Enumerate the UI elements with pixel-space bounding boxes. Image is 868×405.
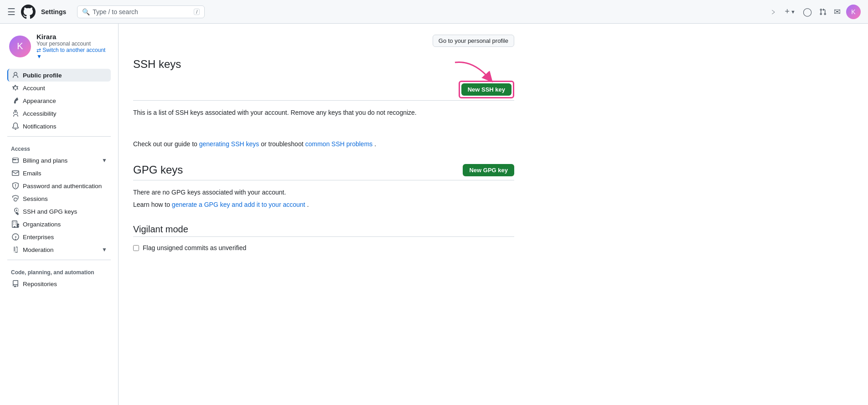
vigilant-mode-section: Vigilant mode Flag unsigned commits as u… bbox=[133, 224, 514, 251]
nav-divider-2 bbox=[7, 260, 111, 260]
sidebar-item-appearance[interactable]: Appearance bbox=[7, 94, 111, 107]
profile-header-row: Go to your personal profile bbox=[133, 35, 514, 47]
page-layout: K Kirara Your personal account ⇄ Switch … bbox=[0, 24, 868, 405]
terminal-button[interactable]: ﹥ bbox=[768, 5, 780, 19]
paintbrush-icon bbox=[12, 97, 19, 104]
sidebar-item-account[interactable]: Account bbox=[7, 82, 111, 94]
nav-item-label: Emails bbox=[23, 170, 41, 177]
top-navigation: ☰ Settings 🔍 Type / to search / ﹥ + ▼ ◯ … bbox=[0, 0, 868, 24]
main-content: Go to your personal profile SSH keys bbox=[119, 24, 529, 405]
search-icon: 🔍 bbox=[82, 8, 90, 15]
bell-icon bbox=[12, 123, 19, 130]
sidebar-item-moderation[interactable]: Moderation ▼ bbox=[7, 243, 111, 256]
ssh-footer-suffix: . bbox=[374, 140, 376, 148]
globe-icon bbox=[12, 233, 19, 241]
gpg-keys-title: GPG keys bbox=[133, 164, 183, 176]
gpg-keys-section: GPG keys New GPG key There are no GPG ke… bbox=[133, 164, 514, 210]
plus-icon: + bbox=[785, 7, 790, 16]
sidebar-item-sessions[interactable]: Sessions bbox=[7, 192, 111, 205]
nav-item-label: Organizations bbox=[23, 221, 61, 228]
pull-requests-button[interactable] bbox=[817, 6, 828, 17]
sidebar-account-type: Your personal account bbox=[36, 41, 109, 47]
sidebar-item-ssh-gpg[interactable]: SSH and GPG keys bbox=[7, 205, 111, 218]
report-icon bbox=[12, 246, 19, 253]
gpg-section-divider bbox=[133, 180, 514, 180]
gpg-no-keys-text: There are no GPG keys associated with yo… bbox=[133, 188, 514, 197]
sidebar-item-public-profile[interactable]: Public profile bbox=[7, 69, 111, 82]
search-placeholder: Type / to search bbox=[93, 8, 191, 15]
user-avatar-nav[interactable]: K bbox=[846, 5, 861, 19]
github-logo bbox=[21, 5, 36, 19]
gpg-generate-link[interactable]: generate a GPG key and add it to your ac… bbox=[172, 201, 305, 208]
chevron-down-icon: ▼ bbox=[790, 9, 796, 15]
sidebar-username: Kirara bbox=[36, 33, 109, 41]
sidebar-item-repositories[interactable]: Repositories bbox=[7, 277, 111, 290]
generating-ssh-keys-link[interactable]: generating SSH keys bbox=[199, 140, 259, 148]
accessibility-icon bbox=[12, 110, 19, 117]
ssh-keys-title: SSH keys bbox=[133, 58, 181, 71]
sidebar: K Kirara Your personal account ⇄ Switch … bbox=[0, 24, 119, 405]
nav-item-label: Notifications bbox=[23, 123, 57, 130]
avatar: K bbox=[9, 36, 31, 57]
common-ssh-problems-link[interactable]: common SSH problems bbox=[305, 140, 372, 148]
org-icon bbox=[12, 220, 19, 228]
gpg-section-header: GPG keys New GPG key bbox=[133, 164, 514, 176]
gpg-learn-suffix: . bbox=[307, 201, 309, 208]
sidebar-item-organizations[interactable]: Organizations bbox=[7, 218, 111, 231]
sidebar-item-billing[interactable]: Billing and plans ▼ bbox=[7, 154, 111, 167]
sidebar-nav: Public profile Account Appearance Access… bbox=[7, 69, 111, 290]
person-icon bbox=[12, 72, 19, 79]
sidebar-item-enterprises[interactable]: Enterprises bbox=[7, 231, 111, 243]
access-section-label: Access bbox=[7, 140, 111, 154]
ssh-footer-mid: or troubleshoot bbox=[261, 140, 305, 148]
search-bar[interactable]: 🔍 Type / to search / bbox=[77, 5, 205, 18]
ssh-section-divider bbox=[133, 100, 514, 101]
sidebar-item-password[interactable]: Password and authentication bbox=[7, 179, 111, 192]
sidebar-item-accessibility[interactable]: Accessibility bbox=[7, 107, 111, 120]
ssh-footer-prefix: Check out our guide to bbox=[133, 140, 199, 148]
issues-button[interactable]: ◯ bbox=[801, 5, 814, 19]
chevron-down-icon: ▼ bbox=[102, 246, 107, 253]
nav-item-label: Sessions bbox=[23, 195, 48, 202]
key-icon bbox=[12, 208, 19, 215]
nav-divider bbox=[7, 136, 111, 137]
switch-account-label: Switch to another account bbox=[42, 47, 105, 53]
code-section-label: Code, planning, and automation bbox=[7, 264, 111, 277]
hamburger-icon[interactable]: ☰ bbox=[7, 6, 16, 17]
nav-right-actions: ﹥ + ▼ ◯ ✉ K bbox=[768, 5, 861, 19]
new-ssh-key-button[interactable]: New SSH key bbox=[461, 83, 512, 96]
vigilant-checkbox-row: Flag unsigned commits as unverified bbox=[133, 244, 514, 251]
inbox-button[interactable]: ✉ bbox=[832, 5, 842, 19]
broadcast-icon bbox=[12, 195, 19, 202]
chevron-down-icon: ▼ bbox=[36, 53, 42, 60]
go-to-profile-button[interactable]: Go to your personal profile bbox=[433, 35, 514, 47]
ssh-footer: Check out our guide to generating SSH ke… bbox=[133, 128, 514, 149]
sidebar-item-notifications[interactable]: Notifications bbox=[7, 120, 111, 133]
nav-item-label: Moderation bbox=[23, 246, 54, 253]
nav-item-label: Repositories bbox=[23, 281, 57, 287]
switch-arrow-icon: ⇄ bbox=[36, 47, 41, 53]
nav-item-label: Appearance bbox=[23, 97, 56, 104]
nav-item-label: Enterprises bbox=[23, 234, 54, 241]
vigilant-mode-title: Vigilant mode bbox=[133, 224, 514, 235]
ssh-keys-section: SSH keys Ne bbox=[133, 58, 514, 149]
flag-unsigned-checkbox[interactable] bbox=[133, 245, 139, 251]
chevron-down-icon: ▼ bbox=[102, 157, 107, 164]
search-shortcut: / bbox=[194, 9, 200, 15]
nav-item-label: Accessibility bbox=[23, 110, 57, 117]
nav-item-label: Password and authentication bbox=[23, 183, 102, 190]
nav-item-label: SSH and GPG keys bbox=[23, 208, 77, 215]
switch-account-link[interactable]: ⇄ Switch to another account ▼ bbox=[36, 47, 109, 60]
new-gpg-key-button[interactable]: New GPG key bbox=[463, 164, 514, 176]
gear-icon bbox=[12, 84, 19, 92]
nav-title: Settings bbox=[41, 8, 66, 15]
gpg-learn-text: Learn how to generate a GPG key and add … bbox=[133, 200, 514, 210]
new-menu-button[interactable]: + ▼ bbox=[783, 5, 797, 18]
vigilant-checkbox-label[interactable]: Flag unsigned commits as unverified bbox=[143, 244, 246, 251]
mail-icon bbox=[12, 169, 19, 177]
shield-icon bbox=[12, 182, 19, 190]
nav-item-label: Billing and plans bbox=[23, 157, 67, 164]
gpg-learn-prefix: Learn how to bbox=[133, 201, 172, 208]
vigilant-section-divider bbox=[133, 236, 514, 237]
sidebar-item-emails[interactable]: Emails bbox=[7, 167, 111, 179]
